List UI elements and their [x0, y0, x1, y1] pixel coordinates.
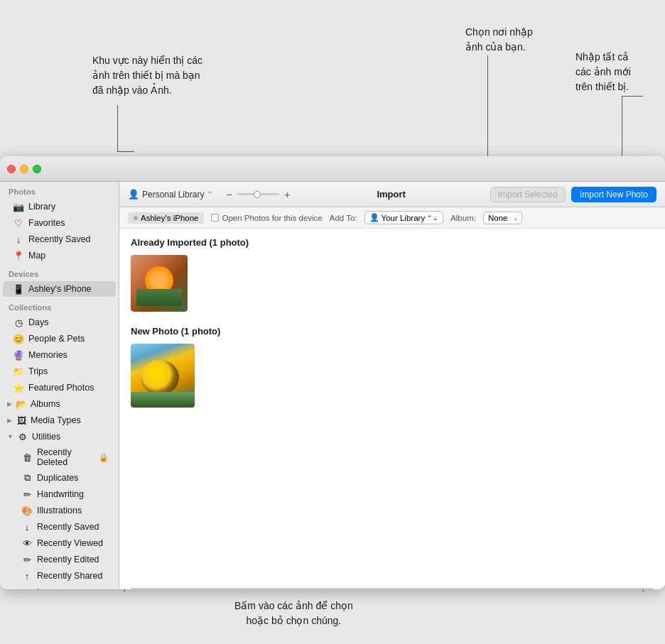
- sidebar-item-recently-viewed[interactable]: 👁 Recently Viewed: [3, 535, 116, 551]
- sidebar-item-memories[interactable]: 🔮 Memories: [3, 347, 116, 363]
- sidebar-item-imports[interactable]: ↓ Imports: [3, 584, 116, 589]
- memories-icon: 🔮: [13, 349, 24, 361]
- sidebar-item-days[interactable]: ◷ Days: [3, 315, 116, 330]
- media-types-group[interactable]: ▶ 🖼 Media Types: [3, 413, 116, 428]
- section-header-devices: Devices: [0, 264, 119, 280]
- library-icon: 📷: [13, 201, 24, 212]
- utilities-group[interactable]: ▼ ⚙ Utilities: [3, 429, 116, 444]
- utilities-icon: ⚙: [17, 431, 28, 442]
- sidebar: Photos 📷 Library ♡ Favorites ↓ Recently …: [0, 182, 119, 589]
- add-to-label: Add To:: [330, 214, 357, 222]
- album-label: Album:: [450, 214, 476, 222]
- library-dropdown[interactable]: 👤 Your Library ⌃⌄: [364, 211, 444, 224]
- already-imported-grid: [131, 255, 654, 312]
- sidebar-item-duplicates[interactable]: ⧉ Duplicates: [3, 470, 116, 486]
- recently-viewed-icon: 👁: [21, 537, 33, 549]
- photo-item-already[interactable]: [131, 255, 188, 312]
- callout-import-location: Chọn nơi nhậpảnh của bạn.: [465, 25, 533, 55]
- new-photo-title: New Photo (1 photo): [131, 326, 654, 337]
- window-body: Photos 📷 Library ♡ Favorites ↓ Recently …: [0, 182, 665, 589]
- trips-icon: 📁: [13, 366, 24, 377]
- already-imported-title: Already Imported (1 photo): [131, 237, 654, 248]
- sidebar-item-library[interactable]: 📷 Library: [3, 199, 116, 214]
- device-tab-iphone[interactable]: Ashley's iPhone: [128, 212, 204, 224]
- recently-shared-icon: ↑: [21, 570, 33, 582]
- callout3-line-v: [622, 96, 622, 158]
- duplicates-icon: ⧉: [21, 472, 33, 484]
- person-icon: 👤: [128, 189, 139, 200]
- library-selector[interactable]: 👤 Personal Library ⌃: [128, 189, 212, 200]
- zoom-control: − +: [224, 189, 292, 200]
- sidebar-item-recently-edited[interactable]: ✏ Recently Edited: [3, 552, 116, 567]
- callout1-line-v: [117, 105, 118, 151]
- open-photos-checkbox[interactable]: [211, 214, 219, 222]
- sidebar-item-recently-saved[interactable]: ↓ Recently Saved: [3, 231, 116, 247]
- zoom-thumb: [254, 191, 261, 198]
- media-types-icon: 🖼: [16, 415, 27, 426]
- media-types-chevron: ▶: [7, 417, 12, 424]
- import-title: Import: [298, 189, 485, 200]
- sunflower-image: [131, 344, 195, 408]
- album-dropdown[interactable]: None ⌄: [483, 212, 523, 224]
- photo-item-sunflower[interactable]: [131, 344, 195, 408]
- minimize-button[interactable]: [20, 165, 28, 173]
- open-photos-checkbox-area[interactable]: Open Photos for this device: [211, 214, 322, 222]
- zoom-in-button[interactable]: +: [282, 189, 292, 200]
- library-dropdown-arrow: ⌃: [207, 190, 212, 198]
- sidebar-item-recently-shared[interactable]: ↑ Recently Shared: [3, 568, 116, 584]
- app-window: Photos 📷 Library ♡ Favorites ↓ Recently …: [0, 156, 665, 589]
- callout2-line-v: [487, 55, 488, 158]
- callout-main-area: Khu vực này hiển thị cácảnh trên thiết b…: [92, 53, 202, 98]
- callout-click-photos: Bấm vào các ảnh để chọnhoặc bỏ chọn chún…: [234, 599, 353, 628]
- iphone-icon: 📱: [13, 283, 24, 295]
- sidebar-item-people-pets[interactable]: 😊 People & Pets: [3, 331, 116, 346]
- main-content: 👤 Personal Library ⌃ − + Import Import S…: [119, 182, 665, 589]
- albums-icon: 📂: [16, 398, 27, 410]
- section-header-collections: Collections: [0, 298, 119, 314]
- sidebar-item-handwriting[interactable]: ✏ Handwriting: [3, 486, 116, 502]
- callout1-line-h: [117, 151, 134, 152]
- sidebar-item-iphone[interactable]: 📱 Ashley's iPhone: [3, 281, 116, 297]
- map-icon: 📍: [13, 250, 24, 261]
- sidebar-item-map[interactable]: 📍 Map: [3, 248, 116, 263]
- sidebar-item-featured[interactable]: ⭐ Featured Photos: [3, 380, 116, 395]
- section-header-photos: Photos: [0, 182, 119, 198]
- sidebar-item-illustrations[interactable]: 🎨 Illustrations: [3, 503, 116, 518]
- photo-area: Already Imported (1 photo) New Photo (1 …: [119, 229, 665, 588]
- traffic-lights: [7, 165, 41, 173]
- favorites-icon: ♡: [13, 217, 24, 229]
- sidebar-item-recently-deleted[interactable]: 🗑 Recently Deleted 🔒: [3, 445, 116, 469]
- callout-import-new: Nhập tất cảcác ảnh mớitrên thiết bị.: [575, 50, 631, 94]
- maximize-button[interactable]: [33, 165, 41, 173]
- illustrations-icon: 🎨: [21, 505, 33, 516]
- close-button[interactable]: [7, 165, 16, 173]
- library-dd-arrows: ⌃⌄: [427, 214, 438, 222]
- titlebar: [0, 156, 665, 182]
- new-photo-grid: [131, 344, 654, 408]
- handwriting-icon: ✏: [21, 489, 33, 500]
- sidebar-item-trips[interactable]: 📁 Trips: [3, 364, 116, 379]
- featured-icon: ⭐: [13, 382, 24, 393]
- callout3-line-h: [622, 96, 643, 97]
- photo-already-image: [131, 255, 188, 312]
- recently-deleted-icon: 🗑: [21, 452, 33, 463]
- lock-icon: 🔒: [99, 453, 109, 462]
- import-selected-button[interactable]: Import Selected: [490, 187, 566, 202]
- zoom-out-button[interactable]: −: [224, 189, 234, 200]
- utilities-chevron: ▼: [7, 433, 13, 440]
- zoom-slider[interactable]: [237, 193, 279, 195]
- recently-edited-icon: ✏: [21, 554, 33, 565]
- days-icon: ◷: [13, 317, 24, 328]
- import-toolbar: 👤 Personal Library ⌃ − + Import Import S…: [119, 182, 665, 207]
- your-library-person-icon: 👤: [369, 213, 379, 222]
- imports-icon: ↓: [21, 586, 33, 589]
- recently-saved-util-icon: ↓: [21, 521, 33, 533]
- import-new-button[interactable]: Import New Photo: [571, 187, 656, 202]
- sidebar-item-recently-saved-util[interactable]: ↓ Recently Saved: [3, 519, 116, 535]
- bottom-border: [131, 588, 654, 589]
- albums-group[interactable]: ▶ 📂 Albums: [3, 396, 116, 412]
- device-dot: [134, 216, 138, 220]
- sidebar-item-favorites[interactable]: ♡ Favorites: [3, 215, 116, 231]
- albums-chevron: ▶: [7, 400, 12, 408]
- device-toolbar: Ashley's iPhone Open Photos for this dev…: [119, 207, 665, 229]
